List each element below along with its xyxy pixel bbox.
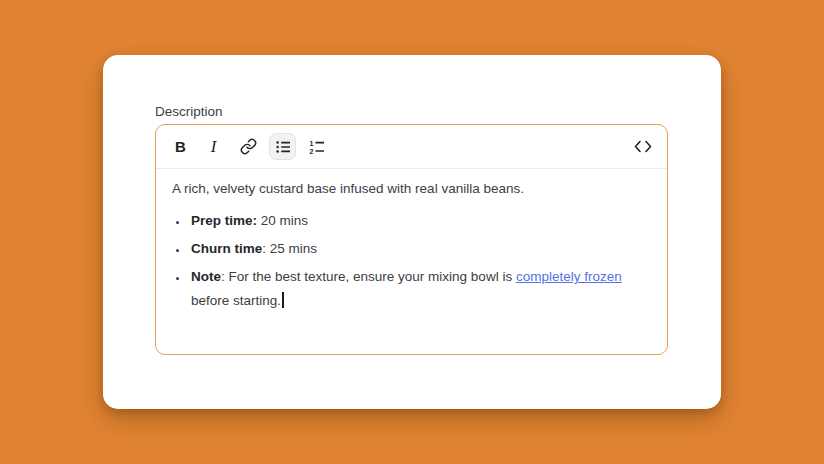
note-text-before-link: : For the best texture, ensure your mixi…	[221, 269, 516, 284]
svg-text:1: 1	[309, 139, 313, 146]
prep-time-value: 20 mins	[257, 213, 308, 228]
list-item-note: Note: For the best texture, ensure your …	[189, 265, 652, 313]
prep-time-label: Prep time:	[191, 213, 257, 228]
churn-time-value: : 25 mins	[262, 241, 317, 256]
text-caret	[282, 292, 284, 308]
intro-paragraph: A rich, velvety custard base infused wit…	[172, 177, 652, 201]
angle-brackets-icon	[634, 140, 652, 153]
bold-button[interactable]: B	[167, 133, 194, 160]
bulleted-list-icon	[275, 139, 291, 155]
editor-toolbar: B I	[156, 125, 667, 169]
list-item-prep-time: Prep time: 20 mins	[189, 209, 652, 233]
numbered-list-icon: 1 2	[309, 139, 325, 155]
churn-time-label: Churn time	[191, 241, 262, 256]
editor-content-area[interactable]: A rich, velvety custard base infused wit…	[156, 169, 667, 354]
list-item-churn-time: Churn time: 25 mins	[189, 237, 652, 261]
italic-button[interactable]: I	[201, 133, 228, 160]
link-button[interactable]	[235, 133, 262, 160]
note-label: Note	[191, 269, 221, 284]
code-view-button[interactable]	[629, 133, 656, 160]
chain-link-icon	[240, 138, 257, 155]
detail-list: Prep time: 20 mins Churn time: 25 mins N…	[172, 209, 652, 313]
completely-frozen-link[interactable]: completely frozen	[516, 269, 622, 284]
italic-icon: I	[211, 137, 219, 157]
form-card: Description B I	[103, 55, 721, 409]
bullet-list-button[interactable]	[269, 133, 296, 160]
description-field-label: Description	[155, 104, 223, 119]
numbered-list-button[interactable]: 1 2	[303, 133, 330, 160]
rich-text-editor[interactable]: B I	[155, 124, 668, 355]
note-text-after-link: before starting.	[191, 293, 281, 308]
svg-text:2: 2	[309, 148, 313, 155]
bold-icon: B	[175, 138, 186, 155]
